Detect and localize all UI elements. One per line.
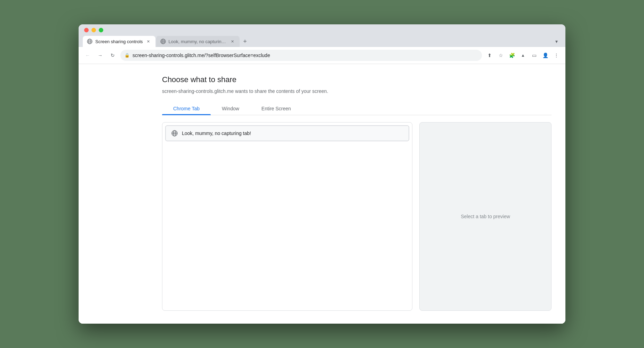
window-controls: [83, 28, 561, 32]
maximize-button[interactable]: [99, 28, 103, 32]
close-button[interactable]: [84, 28, 89, 32]
tab-close-screen-sharing[interactable]: ✕: [146, 39, 151, 44]
sidebar-button[interactable]: ▭: [529, 50, 539, 60]
toolbar: ← → ↻ 🔒 screen-sharing-controls.glitch.m…: [79, 47, 565, 64]
title-bar: Screen sharing controls ✕ Look, mummy, n…: [79, 24, 565, 47]
menu-icon: ⋮: [554, 53, 559, 58]
new-tab-button[interactable]: +: [240, 37, 250, 46]
experiment-button[interactable]: ▲: [518, 50, 528, 60]
lock-icon: 🔒: [124, 53, 130, 58]
tab-close-capturing[interactable]: ✕: [230, 39, 235, 44]
tab-title-capturing: Look, mummy, no capturing ta: [169, 39, 227, 44]
forward-icon: →: [98, 53, 103, 58]
extensions-button[interactable]: 🧩: [507, 50, 517, 60]
tab-chrome-tab[interactable]: Chrome Tab: [162, 102, 211, 115]
tab-title-screen-sharing: Screen sharing controls: [95, 39, 143, 44]
address-bar[interactable]: 🔒 screen-sharing-controls.glitch.me/?sel…: [120, 50, 482, 61]
tab-screen-sharing[interactable]: Screen sharing controls ✕: [83, 36, 155, 47]
globe-icon: [87, 39, 92, 44]
tab-list-item[interactable]: Look, mummy, no capturing tab!: [165, 125, 409, 141]
back-icon: ←: [85, 53, 90, 58]
tabs-list[interactable]: Look, mummy, no capturing tab!: [162, 122, 412, 311]
browser-window: Screen sharing controls ✕ Look, mummy, n…: [79, 24, 565, 324]
menu-button[interactable]: ⋮: [552, 50, 561, 60]
forward-button[interactable]: →: [95, 50, 105, 60]
dialog-title: Choose what to share: [162, 75, 552, 84]
tab-item-globe-icon: [171, 130, 178, 136]
star-icon: ☆: [499, 53, 503, 58]
preview-panel: Select a tab to preview: [419, 122, 552, 311]
back-button[interactable]: ←: [83, 50, 92, 60]
profile-button[interactable]: 👤: [540, 50, 550, 60]
profile-icon: 👤: [542, 53, 548, 58]
share-dialog: Choose what to share screen-sharing-cont…: [148, 64, 565, 324]
refresh-icon: ↻: [111, 53, 115, 58]
address-text: screen-sharing-controls.glitch.me/?selfB…: [132, 53, 478, 58]
tab-item-title: Look, mummy, no capturing tab!: [182, 130, 251, 136]
share-button[interactable]: ⬆: [485, 50, 494, 60]
share-tabs: Chrome Tab Window Entire Screen: [162, 102, 552, 115]
tabs-row: Screen sharing controls ✕ Look, mummy, n…: [83, 36, 561, 47]
preview-placeholder: Select a tab to preview: [461, 214, 510, 219]
toolbar-actions: ⬆ ☆ 🧩 ▲ ▭ 👤 ⋮: [485, 50, 561, 60]
tab-dropdown-button[interactable]: ▾: [552, 37, 561, 46]
tab-entire-screen[interactable]: Entire Screen: [250, 102, 302, 115]
bookmark-button[interactable]: ☆: [496, 50, 506, 60]
refresh-button[interactable]: ↻: [108, 50, 118, 60]
globe-icon-2: [160, 39, 166, 44]
share-content: Look, mummy, no capturing tab! Select a …: [162, 122, 552, 311]
tab-window[interactable]: Window: [211, 102, 250, 115]
extensions-icon: 🧩: [509, 53, 515, 58]
page-content: Choose what to share screen-sharing-cont…: [79, 64, 565, 324]
sidebar-icon: ▭: [532, 53, 537, 58]
tab-capturing[interactable]: Look, mummy, no capturing ta ✕: [156, 36, 240, 47]
experiment-icon: ▲: [521, 53, 525, 58]
dialog-subtitle: screen-sharing-controls.glitch.me wants …: [162, 88, 552, 94]
share-icon: ⬆: [488, 53, 492, 58]
minimize-button[interactable]: [91, 28, 96, 32]
